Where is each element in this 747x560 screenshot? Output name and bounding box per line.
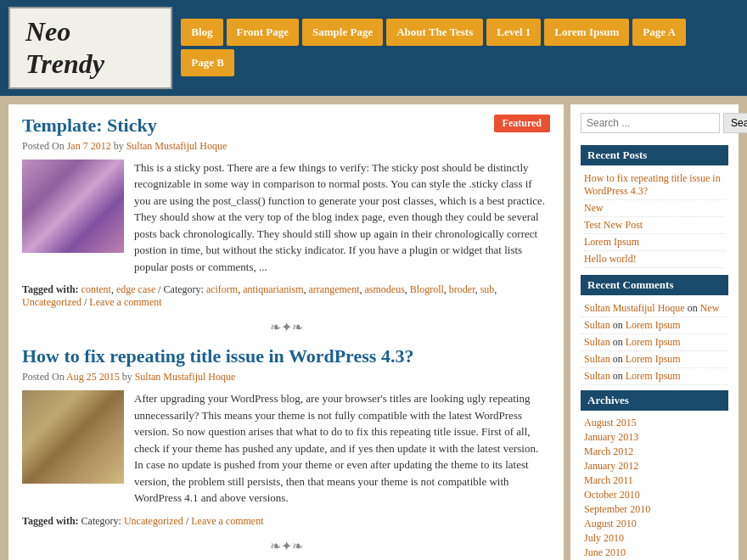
sidebar: Search Recent Posts How to fix repeating… bbox=[570, 104, 739, 560]
list-item: January 2012 bbox=[584, 459, 725, 473]
list-item: October 2010 bbox=[584, 488, 725, 502]
list-item: June 2010 bbox=[584, 546, 725, 560]
post-text: After upgrading your WordPress blog, are… bbox=[134, 390, 550, 507]
list-item: September 2010 bbox=[584, 502, 725, 517]
category-link[interactable]: arrangement bbox=[309, 283, 360, 295]
list-item: March 2012 bbox=[584, 445, 725, 459]
recent-post-link[interactable]: Lorem Ipsum bbox=[584, 236, 639, 248]
list-item: How to fix repeating title issue in Word… bbox=[584, 171, 725, 200]
archive-link[interactable]: September 2010 bbox=[584, 503, 650, 515]
category-link[interactable]: Uncategorized bbox=[124, 515, 183, 527]
archive-link[interactable]: March 2012 bbox=[584, 445, 633, 457]
category-link[interactable]: broder bbox=[449, 283, 475, 295]
archive-link[interactable]: March 2011 bbox=[584, 474, 633, 486]
nav-item-page-b[interactable]: Page B bbox=[181, 49, 234, 76]
post-divider: ❧✦❧ bbox=[22, 319, 550, 335]
archives-list: August 2015January 2013March 2012January… bbox=[581, 416, 728, 560]
list-item: Test New Post bbox=[584, 217, 725, 234]
post-title[interactable]: Template: Sticky bbox=[22, 115, 550, 137]
main-nav: BlogFront PageSample PageAbout The Tests… bbox=[181, 19, 747, 76]
category-link[interactable]: Uncategorized bbox=[22, 296, 81, 308]
tag-link[interactable]: edge case bbox=[116, 283, 155, 295]
archive-link[interactable]: October 2010 bbox=[584, 489, 640, 501]
featured-badge: Featured bbox=[494, 115, 550, 132]
recent-comments-list: Sultan Mustafijul Hoque on NewSultan on … bbox=[581, 300, 728, 385]
comment-post-link[interactable]: New bbox=[700, 302, 720, 314]
nav-item-lorem-ipsum[interactable]: Lorem Ipsum bbox=[544, 19, 629, 46]
category-link[interactable]: aciform bbox=[206, 283, 238, 295]
post-title[interactable]: How to fix repeating title issue in Word… bbox=[22, 345, 550, 367]
archive-link[interactable]: August 2010 bbox=[584, 518, 637, 529]
post-text: This is a sticky post. There are a few t… bbox=[134, 160, 550, 276]
search-input[interactable] bbox=[581, 113, 720, 133]
site-title[interactable]: Neo Trendy bbox=[8, 7, 172, 89]
recent-post-link[interactable]: Test New Post bbox=[584, 219, 643, 231]
category-link[interactable]: sub bbox=[480, 283, 495, 295]
content-wrap: Featured Template: Sticky Posted On Jan … bbox=[0, 96, 747, 560]
comment-author-link[interactable]: Sultan bbox=[584, 370, 610, 382]
list-item: New bbox=[584, 200, 725, 217]
list-item: Sultan on Lorem Ipsum bbox=[581, 351, 728, 368]
archive-link[interactable]: January 2013 bbox=[584, 431, 638, 443]
nav-item-page-a[interactable]: Page A bbox=[632, 19, 686, 46]
comment-author-link[interactable]: Sultan Mustafijul Hoque bbox=[584, 302, 685, 314]
recent-comments-heading: Recent Comments bbox=[581, 275, 728, 295]
category-link[interactable]: Blogroll bbox=[410, 283, 444, 295]
list-item: Sultan on Lorem Ipsum bbox=[581, 334, 728, 351]
list-item: January 2013 bbox=[584, 430, 725, 445]
archive-link[interactable]: August 2015 bbox=[584, 417, 637, 428]
post-sticky: Featured Template: Sticky Posted On Jan … bbox=[22, 115, 550, 336]
post-image bbox=[22, 390, 124, 484]
post-wp43: How to fix repeating title issue in Word… bbox=[22, 345, 550, 554]
list-item: August 2015 bbox=[584, 416, 725, 430]
post-date-link[interactable]: Jan 7 2012 bbox=[67, 140, 111, 152]
post-divider: ❧✦❧ bbox=[22, 538, 550, 554]
comment-author-link[interactable]: Sultan bbox=[584, 319, 610, 331]
leave-comment-link[interactable]: Leave a comment bbox=[191, 515, 263, 527]
post-meta: Posted On Aug 25 2015 by Sultan Mustafij… bbox=[22, 371, 550, 384]
recent-posts-heading: Recent Posts bbox=[581, 145, 728, 165]
tag-link[interactable]: content bbox=[81, 283, 111, 295]
archive-link[interactable]: January 2012 bbox=[584, 460, 638, 472]
recent-post-link[interactable]: Hello world! bbox=[584, 253, 637, 265]
recent-post-link[interactable]: New bbox=[584, 202, 604, 214]
post-tags: Tagged with: content, edge case / Catego… bbox=[22, 283, 550, 309]
list-item: Sultan Mustafijul Hoque on New bbox=[581, 300, 728, 317]
comment-post-link[interactable]: Lorem Ipsum bbox=[626, 370, 681, 382]
list-item: Hello world! bbox=[584, 251, 725, 268]
recent-posts-list: How to fix repeating title issue in Word… bbox=[581, 171, 728, 268]
search-form: Search bbox=[581, 113, 728, 133]
archive-link[interactable]: June 2010 bbox=[584, 546, 626, 558]
post-meta: Posted On Jan 7 2012 by Sultan Mustafiju… bbox=[22, 140, 550, 153]
nav-item-about-the-tests[interactable]: About The Tests bbox=[386, 19, 483, 46]
search-button[interactable]: Search bbox=[723, 113, 747, 133]
category-link[interactable]: antiquarianism bbox=[243, 283, 303, 295]
archive-link[interactable]: July 2010 bbox=[584, 532, 624, 544]
post-author-link[interactable]: Sultan Mustafijul Hoque bbox=[126, 140, 227, 152]
nav-item-front-page[interactable]: Front Page bbox=[227, 19, 300, 46]
nav-item-sample-page[interactable]: Sample Page bbox=[302, 19, 383, 46]
comment-post-link[interactable]: Lorem Ipsum bbox=[626, 319, 681, 331]
leave-comment-link[interactable]: Leave a comment bbox=[89, 296, 161, 308]
list-item: August 2010 bbox=[584, 517, 725, 531]
nav-item-blog[interactable]: Blog bbox=[181, 19, 222, 46]
post-tags: Tagged with: Category: Uncategorized / L… bbox=[22, 515, 550, 528]
post-author-link[interactable]: Sultan Mustafijul Hoque bbox=[135, 371, 236, 383]
archives-heading: Archives bbox=[581, 390, 728, 411]
comment-post-link[interactable]: Lorem Ipsum bbox=[626, 336, 681, 348]
list-item: Sultan on Lorem Ipsum bbox=[581, 368, 728, 385]
post-body: After upgrading your WordPress blog, are… bbox=[22, 390, 550, 507]
list-item: July 2010 bbox=[584, 531, 725, 546]
list-item: Lorem Ipsum bbox=[584, 234, 725, 251]
list-item: Sultan on Lorem Ipsum bbox=[581, 317, 728, 334]
post-body: This is a sticky post. There are a few t… bbox=[22, 160, 550, 276]
post-date-link[interactable]: Aug 25 2015 bbox=[66, 371, 120, 383]
comment-post-link[interactable]: Lorem Ipsum bbox=[626, 353, 681, 365]
nav-item-level-1[interactable]: Level 1 bbox=[486, 19, 541, 46]
recent-post-link[interactable]: How to fix repeating title issue in Word… bbox=[584, 172, 721, 197]
comment-author-link[interactable]: Sultan bbox=[584, 353, 610, 365]
category-link[interactable]: asmodeus bbox=[364, 283, 404, 295]
post-image bbox=[22, 160, 124, 253]
list-item: March 2011 bbox=[584, 473, 725, 488]
comment-author-link[interactable]: Sultan bbox=[584, 336, 610, 348]
